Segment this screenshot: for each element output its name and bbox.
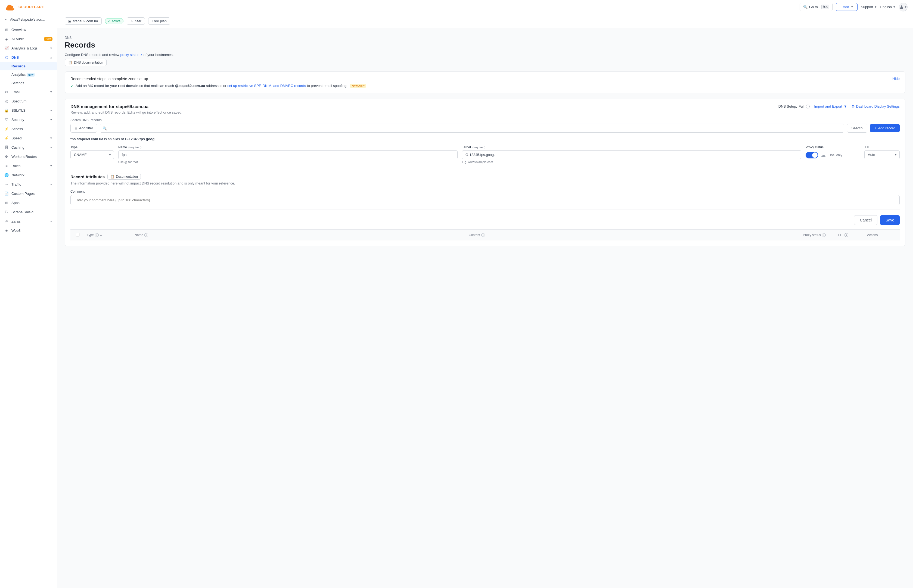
domain-name: stape69.com.ua — [73, 19, 98, 23]
account-label: Alex@stape.io's acc... — [10, 18, 45, 21]
import-export-button[interactable]: Import and Export ▼ — [814, 104, 847, 108]
target-input[interactable] — [462, 150, 801, 159]
cancel-button[interactable]: Cancel — [854, 215, 877, 225]
table-col-checkbox — [76, 233, 84, 237]
sidebar-item-custom-pages[interactable]: 📄 Custom Pages — [0, 189, 57, 198]
sidebar-item-access[interactable]: ⚡ Access — [0, 124, 57, 133]
info-icon[interactable]: i — [95, 233, 99, 237]
dns-record-form: Type CNAME A AAAA MX TXT — [70, 145, 900, 163]
user-avatar-button[interactable]: ▼ — [899, 3, 908, 11]
logo[interactable]: CLOUDFLARE — [5, 3, 44, 11]
sidebar-item-label: Web3 — [11, 228, 52, 233]
sidebar-item-apps[interactable]: ⊞ Apps — [0, 198, 57, 207]
goto-button[interactable]: 🔍 Go to . ⌘K — [800, 3, 832, 11]
table-col-name[interactable]: Name i — [134, 233, 466, 237]
alert-hide-button[interactable]: Hide — [892, 77, 900, 81]
table-col-proxy[interactable]: Proxy status i — [803, 233, 835, 237]
language-button[interactable]: English ▼ — [880, 5, 895, 9]
table-col-type[interactable]: Type i ▲ — [87, 233, 119, 237]
traffic-icon: ↔ — [4, 182, 9, 186]
goto-label: Go to . — [809, 5, 820, 9]
comment-input[interactable] — [70, 195, 900, 205]
import-export-label: Import and Export — [814, 104, 842, 108]
sidebar-item-ai-audit[interactable]: ◈ AI Audit Beta — [0, 34, 57, 44]
col-actions-label: Actions — [867, 233, 877, 237]
chevron-down-icon: ▼ — [50, 90, 52, 94]
custom-pages-icon: 📄 — [4, 191, 9, 195]
search-row: ⊟ Add filter 🔍 Search + Add record — [70, 124, 900, 132]
ttl-select[interactable]: Auto 1 min 2 min 5 min 10 min 15 min 30 … — [864, 150, 900, 159]
star-icon: ☆ — [130, 19, 133, 23]
dashboard-display-button[interactable]: ⚙ Dashboard Display Settings — [851, 104, 900, 108]
comment-label: Comment — [70, 190, 900, 194]
target-hint: E.g. www.example.com — [462, 160, 801, 163]
toggle-x-icon: ✕ — [814, 154, 817, 157]
name-input[interactable] — [118, 150, 458, 159]
sidebar-item-workers-routes[interactable]: ⚙ Workers Routes — [0, 152, 57, 161]
sidebar-subitem-analytics[interactable]: Analytics New — [0, 70, 57, 79]
add-record-button[interactable]: + Add record — [870, 124, 900, 132]
sidebar-item-spectrum[interactable]: ◎ Spectrum — [0, 97, 57, 106]
sidebar-item-rules[interactable]: ≡ Rules ▼ — [0, 161, 57, 170]
sidebar-item-label: Apps — [11, 201, 52, 205]
documentation-link-button[interactable]: 📋 Documentation — [107, 174, 141, 179]
sidebar-item-overview[interactable]: ⊞ Overview — [0, 25, 57, 34]
info-icon[interactable]: i — [806, 105, 810, 108]
sidebar-item-zaraz[interactable]: ≋ Zaraz ▼ — [0, 216, 57, 226]
info-icon[interactable]: i — [822, 233, 826, 237]
search-button[interactable]: Search — [847, 124, 867, 132]
sidebar-item-caching[interactable]: 🗄 Caching ▼ — [0, 143, 57, 152]
sidebar-item-label: Caching — [11, 145, 47, 149]
sidebar-item-dns[interactable]: ⬡ DNS ▲ — [0, 53, 57, 62]
info-icon[interactable]: i — [845, 233, 848, 237]
spf-dkim-dmarc-link[interactable]: set up restrictive SPF, DKIM, and DMARC … — [227, 84, 306, 88]
sidebar-back-button[interactable]: ← Alex@stape.io's acc... — [0, 14, 57, 25]
proxy-status-link[interactable]: proxy status ↗ — [120, 53, 144, 57]
sidebar-item-email[interactable]: ✉ Email ▼ — [0, 87, 57, 97]
info-icon[interactable]: i — [481, 233, 485, 237]
info-icon[interactable]: i — [144, 233, 148, 237]
select-all-checkbox[interactable] — [76, 233, 79, 236]
shield-icon: 🛡 — [4, 117, 9, 122]
proxy-toggle[interactable]: ✕ — [806, 152, 818, 158]
sidebar-item-traffic[interactable]: ↔ Traffic ▼ — [0, 179, 57, 189]
external-link-icon: ↗ — [140, 53, 142, 57]
sidebar-subitem-records[interactable]: Records — [0, 62, 57, 70]
search-dns-input[interactable] — [100, 124, 844, 132]
sidebar-item-analytics[interactable]: 📈 Analytics & Logs ▼ — [0, 44, 57, 53]
support-button[interactable]: Support ▼ — [861, 5, 877, 9]
sidebar-item-speed[interactable]: ⚡ Speed ▼ — [0, 133, 57, 143]
sidebar-item-ssl-tls[interactable]: 🔒 SSL/TLS ▼ — [0, 106, 57, 115]
dns-icon: ⬡ — [4, 55, 9, 60]
page-section: DNS — [65, 36, 905, 40]
record-attrs-title: Record Attributes — [70, 174, 105, 179]
cloudflare-logo-icon — [5, 3, 16, 11]
doc-icon: 📋 — [68, 61, 72, 65]
chevron-down-icon: ▼ — [50, 118, 52, 121]
alert-header: Recommended steps to complete zone set-u… — [70, 77, 900, 81]
proxy-status-link-text: proxy status — [120, 53, 139, 57]
save-button[interactable]: Save — [880, 215, 900, 225]
add-filter-button[interactable]: ⊟ Add filter — [70, 124, 97, 132]
target-label: Target (required) — [462, 145, 801, 149]
star-button[interactable]: ☆ Star — [127, 18, 145, 25]
doc-icon: 📋 — [110, 175, 115, 179]
table-col-ttl[interactable]: TTL i — [838, 233, 865, 237]
sidebar-item-network[interactable]: 🌐 Network — [0, 170, 57, 179]
apps-icon: ⊞ — [4, 200, 9, 205]
sidebar-item-label: Spectrum — [11, 99, 52, 103]
add-button[interactable]: + Add ▼ — [836, 3, 858, 11]
scrape-shield-icon: 🛡 — [4, 210, 9, 214]
sidebar: ← Alex@stape.io's acc... ⊞ Overview ◈ AI… — [0, 14, 57, 588]
alias-value: G-12345.fps.goog.. — [125, 137, 156, 141]
sidebar-subitem-settings[interactable]: Settings — [0, 79, 57, 87]
table-col-content[interactable]: Content i — [469, 233, 801, 237]
spectrum-icon: ◎ — [4, 99, 9, 103]
chevron-down-icon: ▼ — [50, 146, 52, 149]
sidebar-item-security[interactable]: 🛡 Security ▼ — [0, 115, 57, 124]
sidebar-item-scrape-shield[interactable]: 🛡 Scrape Shield — [0, 207, 57, 216]
type-select[interactable]: CNAME A AAAA MX TXT — [70, 150, 114, 159]
alert-item: ✓ Add an MX record for your root domain … — [70, 84, 900, 88]
sidebar-item-web3[interactable]: ◈ Web3 — [0, 226, 57, 235]
dns-documentation-button[interactable]: 📋 DNS documentation — [65, 59, 107, 66]
